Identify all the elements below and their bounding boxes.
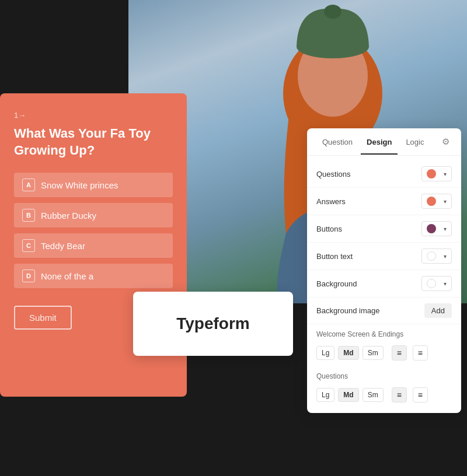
answer-option-c[interactable]: C Teddy Bear (14, 233, 173, 258)
settings-gear-icon[interactable]: ⚙ (440, 128, 452, 155)
questions-section-title: Questions (307, 366, 461, 384)
questions-size-md[interactable]: Md (338, 388, 358, 402)
answer-option-a[interactable]: A Snow White princes (14, 173, 173, 197)
questions-color-swatch (427, 169, 436, 178)
background-label: Background (316, 279, 421, 288)
answers-color-dropdown[interactable]: ▾ (421, 194, 452, 209)
buttons-color-swatch (427, 224, 436, 233)
background-color-swatch (427, 279, 436, 288)
welcome-size-row: Lg Md Sm ≡ ≡ (307, 342, 461, 366)
background-image-label: Background image (316, 306, 424, 315)
answer-letter-d: D (22, 270, 35, 282)
questions-chevron-icon: ▾ (444, 171, 447, 177)
design-row-questions: Questions ▾ (307, 160, 461, 188)
answers-color-swatch (427, 197, 436, 206)
answer-text-c: Teddy Bear (41, 241, 85, 251)
questions-size-lg[interactable]: Lg (316, 388, 334, 402)
welcome-align-center[interactable]: ≡ (413, 345, 428, 360)
answer-letter-a: A (22, 178, 35, 191)
questions-size-row: Lg Md Sm ≡ ≡ (307, 384, 461, 408)
tab-question[interactable]: Question (316, 130, 358, 155)
buttons-chevron-icon: ▾ (444, 226, 447, 232)
welcome-section-title: Welcome Screen & Endings (307, 324, 461, 342)
panel-tabs: Question Design Logic ⚙ (307, 128, 461, 156)
question-number: 1→ (14, 111, 173, 120)
typeform-card: Typeform (133, 292, 293, 356)
questions-size-sm[interactable]: Sm (363, 388, 384, 402)
questions-align-center[interactable]: ≡ (413, 387, 428, 402)
questions-label: Questions (316, 170, 421, 178)
background-chevron-icon: ▾ (444, 281, 447, 287)
design-row-answers: Answers ▾ (307, 188, 461, 215)
design-panel: Question Design Logic ⚙ Questions ▾ Answ… (307, 128, 461, 413)
design-panel-body: Questions ▾ Answers ▾ Buttons ▾ Button t… (307, 156, 461, 413)
tab-design[interactable]: Design (361, 130, 398, 155)
answer-text-b: Rubber Ducky (41, 211, 96, 220)
answer-option-b[interactable]: B Rubber Ducky (14, 203, 173, 228)
buttons-color-dropdown[interactable]: ▾ (421, 221, 452, 236)
submit-button[interactable]: Submit (14, 306, 72, 330)
answer-text-a: Snow White princes (41, 180, 119, 190)
question-title: What Was Your Fa Toy Growing Up? (14, 125, 173, 159)
buttons-label: Buttons (316, 225, 421, 233)
svg-point-3 (324, 5, 341, 19)
design-row-background: Background ▾ (307, 270, 461, 298)
design-row-buttons: Buttons ▾ (307, 215, 461, 243)
welcome-size-md[interactable]: Md (338, 346, 358, 360)
answer-letter-c: C (22, 239, 35, 252)
welcome-align-left[interactable]: ≡ (392, 345, 407, 360)
design-row-background-image: Background image Add (307, 298, 461, 324)
answer-letter-b: B (22, 209, 35, 222)
welcome-size-sm[interactable]: Sm (363, 346, 384, 360)
tab-logic[interactable]: Logic (400, 130, 430, 155)
answer-text-d: None of the a (41, 271, 93, 281)
button-text-color-swatch (427, 251, 436, 261)
questions-color-dropdown[interactable]: ▾ (421, 166, 452, 181)
answers-chevron-icon: ▾ (444, 198, 447, 205)
background-color-dropdown[interactable]: ▾ (421, 276, 452, 291)
button-text-chevron-icon: ▾ (444, 253, 447, 260)
design-row-button-text: Button text ▾ (307, 243, 461, 270)
button-text-color-dropdown[interactable]: ▾ (421, 249, 452, 264)
welcome-size-lg[interactable]: Lg (316, 346, 334, 360)
questions-align-left[interactable]: ≡ (392, 387, 407, 402)
typeform-brand-label: Typeform (176, 314, 250, 333)
button-text-label: Button text (316, 252, 421, 261)
background-image-add-button[interactable]: Add (424, 303, 452, 318)
answers-label: Answers (316, 197, 421, 206)
answer-option-d[interactable]: D None of the a (14, 264, 173, 288)
